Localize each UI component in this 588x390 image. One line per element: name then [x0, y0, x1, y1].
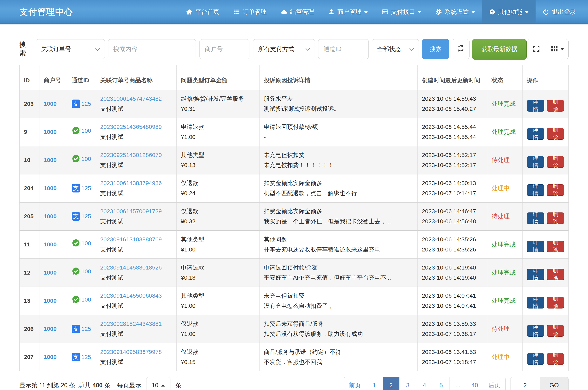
- merchant-id-input[interactable]: [199, 39, 249, 59]
- columns-button[interactable]: [546, 39, 569, 59]
- page-button[interactable]: 1: [366, 377, 383, 390]
- delete-button[interactable]: 删除: [547, 353, 564, 364]
- order-link[interactable]: 2023091409583679978: [100, 347, 172, 357]
- status-select[interactable]: 全部状态: [372, 39, 419, 59]
- cell-issue: 仅退款 ¥0.15: [176, 343, 259, 371]
- cell-reason: 服务水平差 测试投诉测试投诉测试投诉。: [259, 90, 417, 118]
- nav-item-pay-api[interactable]: 支付接口: [375, 0, 428, 24]
- search-content-input[interactable]: [108, 39, 196, 59]
- order-link[interactable]: 2023100614574743482: [100, 94, 172, 104]
- nav-item-home[interactable]: 平台首页: [179, 0, 226, 24]
- order-link[interactable]: 2023091414550066843: [100, 291, 172, 301]
- detail-button[interactable]: 详情: [527, 297, 544, 308]
- delete-button[interactable]: 删除: [547, 100, 564, 111]
- per-page-select[interactable]: 10: [146, 377, 170, 390]
- pay-type-value: 所有支付方式: [258, 45, 294, 53]
- delete-button[interactable]: 删除: [547, 325, 564, 336]
- merchant-link[interactable]: 1000: [44, 213, 57, 219]
- page-button-current[interactable]: 2: [383, 377, 399, 390]
- merchant-link[interactable]: 1000: [44, 326, 57, 332]
- order-link[interactable]: 2023092514301286070: [100, 150, 172, 160]
- cell-id: 207: [20, 343, 39, 371]
- cell-times: 2023-10-06 14:19:40 2023-10-06 14:19:40: [417, 259, 487, 287]
- cell-order: 2023091414583018526 支付测试: [96, 259, 176, 287]
- cell-actions: 详情 删除: [522, 315, 568, 343]
- nav-item-label: 退出登录: [552, 8, 576, 16]
- cell-times: 2023-10-06 13:41:53 2023-10-07 10:18:47: [417, 343, 487, 371]
- order-link[interactable]: 2023100614570091729: [100, 206, 172, 216]
- nav-item-merchants[interactable]: 商户管理: [321, 0, 375, 24]
- goto-page-input[interactable]: [510, 377, 540, 390]
- wechat-icon: [72, 239, 80, 247]
- page-button[interactable]: 5: [433, 377, 450, 390]
- page-button[interactable]: 前页: [344, 377, 366, 390]
- page-button[interactable]: 后页: [483, 377, 505, 390]
- delete-button[interactable]: 删除: [547, 241, 564, 252]
- delete-button[interactable]: 删除: [547, 269, 564, 280]
- wechat-icon: [72, 267, 80, 276]
- page-button[interactable]: ...: [450, 377, 466, 390]
- user-icon: [328, 8, 335, 15]
- nav-item-other[interactable]: 其他功能: [482, 0, 535, 24]
- nav-item-label: 结算管理: [290, 8, 314, 16]
- search-type-select[interactable]: 关联订单号: [36, 39, 105, 59]
- merchant-link[interactable]: 1000: [44, 157, 57, 163]
- nav-item-logout[interactable]: 退出登录: [535, 0, 583, 24]
- pay-type-select[interactable]: 所有支付方式: [253, 39, 315, 59]
- channel-id-input[interactable]: [318, 39, 369, 59]
- nav-item-system[interactable]: 系统设置: [428, 0, 482, 24]
- cell-status: 处理完成: [487, 90, 522, 118]
- cell-reason: 扣费金额比实际金额多 机型不匹配退款，点击，解绑也不行: [259, 174, 417, 202]
- order-link[interactable]: 2023092514365480989: [100, 122, 172, 132]
- cell-channel: 100: [67, 259, 96, 287]
- detail-button[interactable]: 详情: [527, 184, 544, 195]
- detail-button[interactable]: 详情: [527, 353, 544, 364]
- page-button[interactable]: 40: [466, 377, 483, 390]
- merchant-link[interactable]: 1000: [44, 185, 57, 191]
- detail-button[interactable]: 详情: [527, 269, 544, 280]
- search-type-value: 关联订单号: [41, 45, 71, 53]
- detail-button[interactable]: 详情: [527, 212, 544, 224]
- search-button[interactable]: 搜索: [422, 39, 449, 59]
- merchant-link[interactable]: 1000: [44, 241, 57, 247]
- merchant-link[interactable]: 1000: [44, 354, 57, 360]
- merchant-link[interactable]: 1000: [44, 269, 57, 276]
- detail-button[interactable]: 详情: [527, 100, 544, 111]
- cell-actions: 详情 删除: [522, 146, 568, 174]
- order-link[interactable]: 2023100614383794936: [100, 178, 172, 188]
- fullscreen-button[interactable]: [527, 39, 546, 59]
- nav-item-label: 支付接口: [391, 8, 415, 16]
- refresh-button[interactable]: [452, 39, 470, 59]
- nav-item-settlement[interactable]: 结算管理: [274, 0, 321, 24]
- page-button[interactable]: 3: [399, 377, 416, 390]
- nav-item-orders[interactable]: 订单管理: [226, 0, 274, 24]
- table-row: 203 1000 支 125 2023100614574743482 支付测试 …: [20, 90, 569, 118]
- go-button[interactable]: GO: [540, 377, 569, 390]
- order-link[interactable]: 2023091414583018526: [100, 262, 172, 273]
- cell-status: 待处理: [487, 202, 522, 231]
- order-link[interactable]: 2023092818244343881: [100, 319, 172, 329]
- table-row: 204 1000 支 125 2023100614383794936 支付测试 …: [20, 174, 569, 202]
- detail-button[interactable]: 详情: [527, 325, 544, 336]
- column-header: 操作: [522, 65, 568, 90]
- page-button[interactable]: 4: [416, 377, 433, 390]
- fetch-latest-button[interactable]: 获取最新数据: [472, 39, 527, 59]
- product-name: 支付测试: [100, 216, 172, 226]
- delete-button[interactable]: 删除: [547, 156, 564, 167]
- delete-button[interactable]: 删除: [547, 184, 564, 195]
- order-link[interactable]: 2023091613103888769: [100, 234, 172, 244]
- cell-id: 11: [20, 231, 39, 259]
- product-name: 支付测试: [100, 132, 172, 142]
- merchant-link[interactable]: 1000: [44, 297, 57, 304]
- table-header-row: ID 商户号 通道ID 关联订单号商品名称 问题类型订单金额 投诉原因投诉详情 …: [20, 65, 569, 90]
- delete-button[interactable]: 删除: [547, 212, 564, 224]
- cell-issue: 申请退款 ¥0.13: [176, 259, 259, 287]
- detail-button[interactable]: 详情: [527, 156, 544, 167]
- detail-button[interactable]: 详情: [527, 128, 544, 139]
- delete-button[interactable]: 删除: [547, 297, 564, 308]
- merchant-link[interactable]: 1000: [44, 129, 57, 135]
- merchant-link[interactable]: 1000: [44, 100, 57, 107]
- product-name: 支付测试: [100, 244, 172, 254]
- delete-button[interactable]: 删除: [547, 128, 564, 139]
- detail-button[interactable]: 详情: [527, 241, 544, 252]
